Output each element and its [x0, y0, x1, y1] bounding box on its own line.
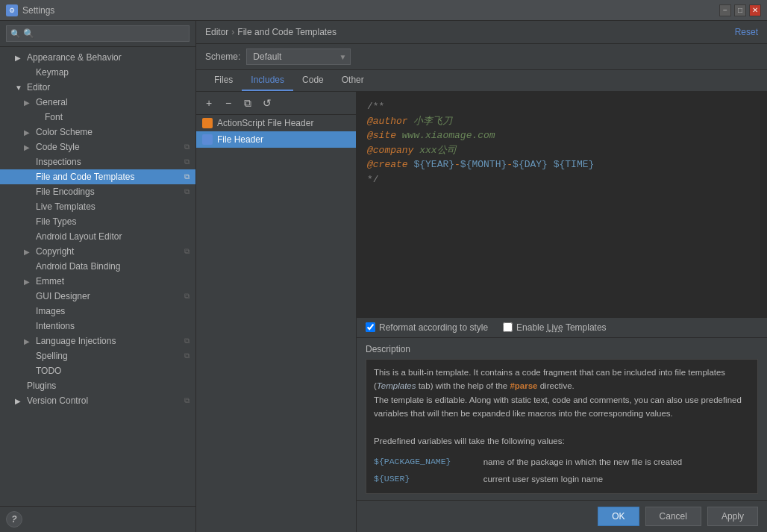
variable-desc: current user system login name: [483, 471, 750, 487]
sidebar-item-label: GUI Designer: [36, 291, 90, 301]
sidebar-item-label: Version Control: [27, 395, 88, 406]
list-item[interactable]: ActionScript File Header: [196, 115, 356, 131]
close-button[interactable]: ✕: [749, 4, 761, 16]
reformat-checkbox-label[interactable]: Reformat according to style: [366, 322, 488, 333]
copy-icon: ⧉: [184, 292, 190, 301]
breadcrumb: Editor › File and Code Templates: [205, 27, 336, 37]
sidebar-item-color-scheme[interactable]: ▶ Color Scheme: [0, 125, 195, 140]
add-template-button[interactable]: +: [201, 95, 217, 111]
sidebar-item-inspections[interactable]: Inspections ⧉: [0, 154, 195, 169]
copy-icon: ⧉: [184, 143, 190, 151]
sidebar-item-font[interactable]: Font: [0, 110, 195, 125]
sidebar-item-plugins[interactable]: Plugins: [0, 378, 195, 393]
tab-files[interactable]: Files: [205, 70, 242, 91]
sidebar-item-label: Spelling: [36, 351, 68, 361]
sidebar-item-label: Copyright: [36, 246, 74, 257]
sidebar-item-label: Appearance & Behavior: [27, 52, 122, 63]
sidebar-item-images[interactable]: Images: [0, 304, 195, 319]
ok-button[interactable]: OK: [598, 507, 639, 526]
variable-name: ${USER}: [374, 471, 483, 487]
copy-template-button[interactable]: ⧉: [240, 95, 256, 111]
sidebar-item-general[interactable]: ▶ General: [0, 95, 195, 110]
code-line: @company xxx公司: [367, 143, 757, 158]
sidebar-item-intentions[interactable]: Intentions: [0, 319, 195, 334]
sidebar-item-live-templates[interactable]: Live Templates: [0, 199, 195, 214]
sidebar-item-label: General: [36, 97, 68, 107]
copy-icon: ⧉: [184, 351, 190, 360]
sidebar-item-emmet[interactable]: ▶ Emmet: [0, 274, 195, 289]
code-line: @create ${YEAR}-${MONTH}-${DAY} ${TIME}: [367, 157, 757, 172]
help-button[interactable]: ?: [6, 511, 22, 528]
template-icon: [202, 134, 213, 145]
tab-code[interactable]: Code: [293, 70, 333, 91]
content-header: Editor › File and Code Templates Reset: [196, 21, 767, 44]
search-input[interactable]: [6, 25, 190, 42]
sidebar-item-label: Intentions: [36, 321, 75, 331]
list-item[interactable]: File Header: [196, 131, 356, 148]
tab-other[interactable]: Other: [333, 70, 373, 91]
description-title: Description: [366, 344, 758, 354]
copy-icon: ⧉: [184, 337, 190, 345]
sidebar-item-file-code-templates[interactable]: File and Code Templates ⧉: [0, 169, 195, 184]
code-line: @author 小李飞刀: [367, 114, 757, 129]
breadcrumb-current: File and Code Templates: [237, 27, 336, 37]
expand-arrow-icon: ▼: [15, 84, 24, 92]
template-item-label: ActionScript File Header: [217, 118, 313, 128]
sidebar-tree: ▶ Appearance & Behavior Keymap ▼ Editor …: [0, 47, 195, 506]
sidebar-item-language-injections[interactable]: ▶ Language Injections ⧉: [0, 334, 195, 348]
sidebar-item-label: Android Layout Editor: [36, 231, 122, 242]
table-row: ${PACKAGE_NAME} name of the package in w…: [374, 454, 750, 470]
sidebar-item-version-control[interactable]: ▶ Version Control ⧉: [0, 393, 195, 408]
tabs-bar: Files Includes Code Other: [196, 70, 767, 92]
code-editor[interactable]: /** @author 小李飞刀 @site www.xiaomage.com …: [357, 92, 767, 317]
sidebar-item-editor[interactable]: ▼ Editor: [0, 80, 195, 95]
content-area: Editor › File and Code Templates Reset S…: [196, 21, 767, 532]
reset-template-button[interactable]: ↺: [259, 95, 275, 111]
live-templates-label: Enable Live Templates: [516, 322, 607, 333]
sidebar-item-todo[interactable]: TODO: [0, 363, 195, 378]
copy-icon: ⧉: [184, 396, 190, 405]
scheme-row: Scheme: Default Project ▼: [196, 44, 767, 70]
search-box: 🔍: [0, 21, 195, 47]
sidebar-item-label: Language Injections: [36, 336, 116, 346]
sidebar-item-label: Images: [36, 306, 65, 316]
code-editor-wrap: /** @author 小李飞刀 @site www.xiaomage.com …: [357, 92, 767, 532]
template-item-label: File Header: [217, 134, 263, 145]
sidebar-item-keymap[interactable]: Keymap: [0, 65, 195, 80]
sidebar-item-android-data-binding[interactable]: Android Data Binding: [0, 259, 195, 274]
copy-icon: ⧉: [184, 187, 190, 196]
minimize-button[interactable]: −: [719, 4, 731, 16]
cancel-button[interactable]: Cancel: [645, 507, 701, 526]
expand-arrow-icon: ▶: [24, 248, 33, 256]
template-list: + − ⧉ ↺ ActionScript File Header File He…: [196, 92, 357, 532]
template-items-list: ActionScript File Header File Header: [196, 115, 356, 532]
sidebar-item-spelling[interactable]: Spelling ⧉: [0, 348, 195, 363]
sidebar-item-label: Editor: [27, 82, 50, 93]
live-templates-checkbox-label[interactable]: Enable Live Templates: [503, 322, 607, 333]
sidebar-item-file-types[interactable]: File Types: [0, 214, 195, 229]
window-controls: − □ ✕: [719, 4, 761, 16]
template-toolbar: + − ⧉ ↺: [196, 92, 356, 115]
copy-icon: ⧉: [184, 157, 190, 166]
reset-button[interactable]: Reset: [735, 27, 758, 37]
description-text: This is a built-in template. It contains…: [374, 368, 742, 445]
template-icon: [202, 118, 213, 128]
maximize-button[interactable]: □: [734, 4, 746, 16]
apply-button[interactable]: Apply: [707, 507, 758, 526]
sidebar-item-android-layout[interactable]: Android Layout Editor: [0, 229, 195, 244]
bottom-bar: OK Cancel Apply: [357, 500, 767, 532]
live-templates-checkbox[interactable]: [503, 322, 513, 332]
sidebar-item-code-style[interactable]: ▶ Code Style ⧉: [0, 140, 195, 154]
sidebar: 🔍 ▶ Appearance & Behavior Keymap ▼ Edito…: [0, 21, 196, 532]
tab-includes[interactable]: Includes: [242, 70, 293, 91]
sidebar-item-copyright[interactable]: ▶ Copyright ⧉: [0, 244, 195, 259]
sidebar-item-appearance[interactable]: ▶ Appearance & Behavior: [0, 50, 195, 65]
sidebar-item-file-encodings[interactable]: File Encodings ⧉: [0, 184, 195, 199]
sidebar-item-gui-designer[interactable]: GUI Designer ⧉: [0, 289, 195, 304]
sidebar-item-label: File Encodings: [36, 187, 95, 197]
remove-template-button[interactable]: −: [220, 95, 237, 111]
expand-arrow-icon: ▶: [24, 128, 33, 137]
copy-icon: ⧉: [184, 172, 190, 181]
reformat-checkbox[interactable]: [366, 322, 375, 332]
scheme-select[interactable]: Default Project: [246, 48, 351, 65]
